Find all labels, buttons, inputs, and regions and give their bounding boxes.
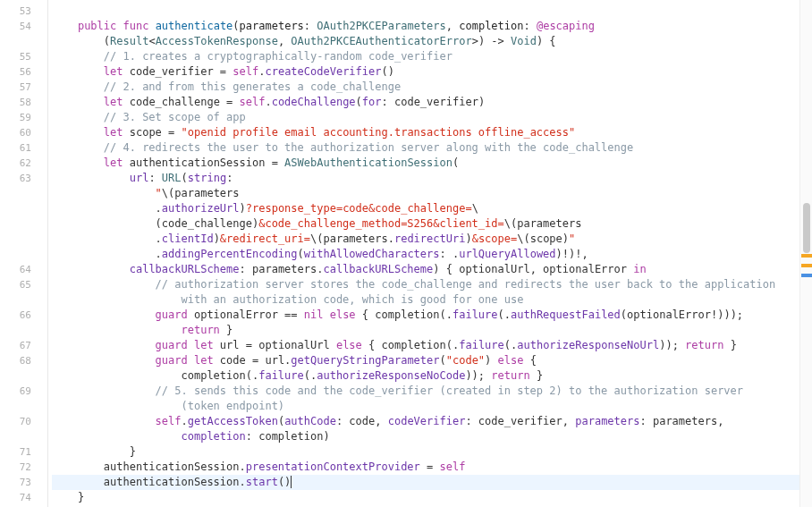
line-number: 61 — [0, 140, 47, 156]
code-line[interactable]: let code_verifier = self.createCodeVerif… — [52, 64, 812, 80]
code-line[interactable]: guard optionalError == nil else { comple… — [52, 308, 812, 323]
line-number — [0, 186, 47, 201]
code-line[interactable]: // 5. sends this code and the code_verif… — [52, 384, 812, 399]
code-line[interactable]: callbackURLScheme: parameters.callbackUR… — [52, 262, 812, 277]
code-line[interactable]: .clientId)&redirect_uri=\(parameters.red… — [52, 232, 812, 247]
code-line[interactable]: (Result<AccessTokenResponse, OAuth2PKCEA… — [52, 34, 812, 49]
code-line[interactable]: .authorizeUrl)?response_type=code&code_c… — [52, 201, 812, 216]
line-number: 55 — [0, 49, 47, 64]
code-line[interactable]: return } — [52, 323, 812, 338]
code-line[interactable]: guard let url = optionalUrl else { compl… — [52, 338, 812, 353]
code-line[interactable]: authenticationSession.presentationContex… — [52, 460, 812, 475]
line-number-gutter: 5354555657585960616263646566676869707172… — [0, 0, 48, 507]
line-number: 56 — [0, 64, 47, 80]
line-number — [0, 368, 47, 384]
vertical-scrollbar[interactable] — [799, 0, 812, 507]
line-number — [0, 399, 47, 414]
code-line[interactable]: let authenticationSession = ASWebAuthent… — [52, 156, 812, 171]
line-number: 67 — [0, 338, 47, 353]
line-number — [0, 429, 47, 444]
code-line[interactable]: (code_challenge)&code_challenge_method=S… — [52, 216, 812, 232]
line-number — [0, 247, 47, 262]
line-number: 62 — [0, 156, 47, 171]
line-number — [0, 216, 47, 232]
scrollbar-marker — [801, 254, 812, 258]
code-line[interactable]: completion(.failure(.authorizeResponseNo… — [52, 368, 812, 384]
line-number: 65 — [0, 277, 47, 292]
line-number: 63 — [0, 171, 47, 186]
line-number: 69 — [0, 384, 47, 399]
line-number: 73 — [0, 475, 47, 490]
line-number: 58 — [0, 95, 47, 110]
line-number: 74 — [0, 490, 47, 505]
code-line[interactable]: authenticationSession.start() — [52, 475, 812, 490]
code-line[interactable]: // 2. and from this generates a code_cha… — [52, 80, 812, 95]
line-number: 72 — [0, 460, 47, 475]
line-number: 59 — [0, 110, 47, 125]
code-line[interactable]: // 1. creates a cryptographically-random… — [52, 49, 812, 64]
code-line[interactable]: let code_challenge = self.codeChallenge(… — [52, 95, 812, 110]
line-number — [0, 34, 47, 49]
code-line[interactable]: with an authorization code, which is goo… — [52, 292, 812, 308]
line-number — [0, 201, 47, 216]
code-line[interactable]: // 4. redirects the user to the authoriz… — [52, 140, 812, 156]
line-number: 66 — [0, 308, 47, 323]
code-line[interactable]: (token endpoint) — [52, 399, 812, 414]
line-number: 54 — [0, 19, 47, 34]
scrollbar-marker — [801, 264, 812, 267]
code-line[interactable]: "\(parameters — [52, 186, 812, 201]
code-line[interactable]: guard let code = url.getQueryStringParam… — [52, 353, 812, 368]
code-line[interactable]: // 3. Set scope of app — [52, 110, 812, 125]
line-number — [0, 232, 47, 247]
line-number: 64 — [0, 262, 47, 277]
line-number: 57 — [0, 80, 47, 95]
line-number: 68 — [0, 353, 47, 368]
scroll-thumb[interactable] — [803, 203, 810, 254]
line-number — [0, 292, 47, 308]
code-editor[interactable]: 5354555657585960616263646566676869707172… — [0, 0, 812, 507]
code-line[interactable]: url: URL(string: — [52, 171, 812, 186]
line-number: 53 — [0, 4, 47, 19]
scrollbar-marker — [801, 274, 812, 277]
code-area[interactable]: public func authenticate(parameters: OAu… — [48, 0, 812, 507]
code-line[interactable]: self.getAccessToken(authCode: code, code… — [52, 414, 812, 429]
code-line[interactable]: completion: completion) — [52, 429, 812, 444]
line-number: 70 — [0, 414, 47, 429]
code-line[interactable]: } — [52, 490, 812, 505]
line-number: 71 — [0, 444, 47, 460]
line-number: 60 — [0, 125, 47, 140]
code-line[interactable]: .addingPercentEncoding(withAllowedCharac… — [52, 247, 812, 262]
code-line[interactable]: public func authenticate(parameters: OAu… — [52, 19, 812, 34]
line-number — [0, 323, 47, 338]
code-line[interactable]: } — [52, 444, 812, 460]
code-line[interactable] — [52, 4, 812, 19]
code-line[interactable]: // authorization server stores the code_… — [52, 277, 812, 292]
code-line[interactable]: let scope = "openid profile email accoun… — [52, 125, 812, 140]
